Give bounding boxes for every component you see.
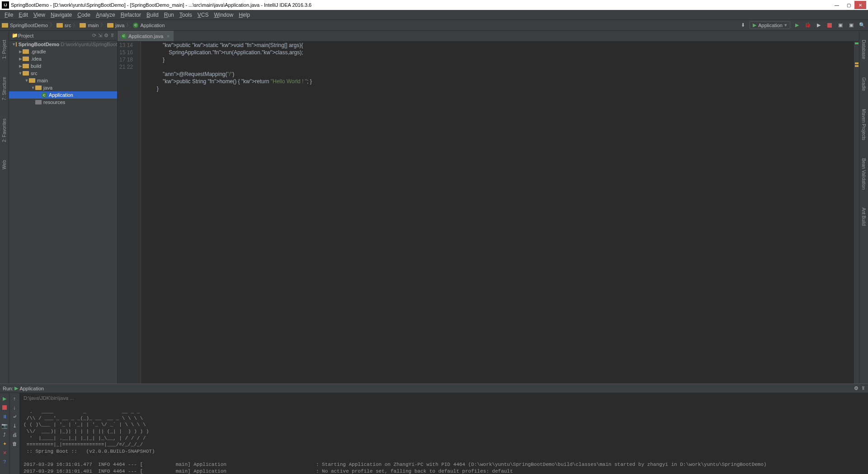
run-label: Run:: [3, 386, 13, 391]
tree-node-application[interactable]: CApplication: [9, 91, 117, 99]
run-hide-icon[interactable]: ⥣: [861, 385, 865, 391]
menu-vcs[interactable]: VCS: [195, 12, 212, 18]
menu-run[interactable]: Run: [161, 12, 177, 18]
menu-view[interactable]: View: [31, 12, 48, 18]
menu-navigate[interactable]: Navigate: [48, 12, 75, 18]
breadcrumb[interactable]: SpringBootDemo〉src〉main〉java〉CApplicatio…: [2, 22, 165, 28]
tree-node-.idea[interactable]: ▶.idea: [9, 55, 117, 62]
editor-tab[interactable]: C Application.java ×: [118, 31, 174, 41]
run-config-dropdown[interactable]: ▶ Application ▾: [750, 21, 790, 29]
build-button[interactable]: ⬇: [739, 21, 747, 29]
menu-file[interactable]: File: [2, 12, 16, 18]
help-run-icon[interactable]: ?: [1, 458, 8, 465]
editor-marks: [854, 42, 859, 384]
window-title: SpringBootDemo - [D:\work\yuntu\SpringBo…: [11, 2, 311, 8]
bean-validation-tool-button[interactable]: Bean Validation: [861, 158, 866, 190]
navigation-bar: SpringBootDemo〉src〉main〉java〉CApplicatio…: [0, 20, 868, 31]
minimize-button[interactable]: —: [831, 1, 843, 9]
right-tool-stripe: Database Gradle Maven Projects Bean Vali…: [859, 31, 868, 384]
menu-code[interactable]: Code: [75, 12, 93, 18]
hide-icon[interactable]: ⥣: [110, 33, 114, 38]
layout2-button[interactable]: ▣: [847, 21, 855, 29]
left-tool-stripe: 1: Project 7: Structure 2: Favorites Web: [0, 31, 9, 384]
gradle-tool-button[interactable]: Gradle: [861, 77, 866, 91]
app-icon: IJ: [2, 1, 9, 9]
web-tool-button[interactable]: Web: [2, 160, 7, 169]
up-icon[interactable]: ↑: [10, 395, 19, 402]
favorites-tool-button[interactable]: 2: Favorites: [2, 118, 7, 142]
coverage-button[interactable]: ▶: [815, 21, 823, 29]
tree-node-java[interactable]: ▼java: [9, 84, 117, 91]
search-button[interactable]: 🔍: [858, 21, 866, 29]
menu-refactor[interactable]: Refactor: [118, 12, 144, 18]
stop-button[interactable]: [826, 21, 834, 29]
pause-button[interactable]: ⏸: [1, 413, 8, 420]
exit-button[interactable]: ⤴: [1, 431, 8, 438]
tree-node-.gradle[interactable]: ▶.gradle: [9, 48, 117, 55]
down-icon[interactable]: ↓: [10, 404, 19, 411]
rerun-button[interactable]: ▶: [1, 395, 8, 402]
stop-run-button[interactable]: [1, 404, 8, 411]
database-tool-button[interactable]: Database: [861, 40, 866, 59]
tree-root[interactable]: ▼ SpringBootDemo D:\work\yuntu\SpringBoo…: [9, 41, 117, 48]
collapse-all-icon[interactable]: ⇲: [98, 33, 102, 38]
menu-build[interactable]: Build: [144, 12, 161, 18]
tree-node-src[interactable]: ▼src: [9, 70, 117, 77]
wrap-icon[interactable]: ⤶: [10, 413, 19, 420]
trash-icon[interactable]: 🗑: [10, 440, 19, 447]
tree-node-main[interactable]: ▼main: [9, 77, 117, 84]
maximize-button[interactable]: ▢: [843, 1, 854, 9]
console-output[interactable]: D:\java\JDK\bin\java ... . ____ _ __ _ _…: [20, 393, 868, 474]
code-content[interactable]: "kw">public "kw">static "kw">void "fn">m…: [141, 42, 854, 384]
close-button[interactable]: ✕: [854, 1, 866, 9]
gear-icon[interactable]: ⚙: [104, 33, 108, 38]
tree-node-resources[interactable]: resources: [9, 99, 117, 106]
menu-window[interactable]: Window: [211, 12, 236, 18]
restart-icon[interactable]: ✦: [1, 440, 8, 447]
dump-button[interactable]: 📷: [1, 422, 8, 429]
menu-analyze[interactable]: Analyze: [93, 12, 118, 18]
close-tab-icon[interactable]: ×: [167, 33, 170, 39]
scroll-icon[interactable]: ⤓: [10, 422, 19, 429]
project-panel: 📁 Project ⟳ ⇲ ⚙ ⥣ ▼ SpringBootDemo D:\wo…: [9, 31, 118, 384]
title-bar: IJ SpringBootDemo - [D:\work\yuntu\Sprin…: [0, 0, 868, 10]
menu-edit[interactable]: Edit: [16, 12, 31, 18]
menu-tools[interactable]: Tools: [177, 12, 195, 18]
print-icon[interactable]: 🖨: [10, 431, 19, 438]
layout-button[interactable]: ▣: [836, 21, 844, 29]
run-settings-icon[interactable]: ⚙: [854, 385, 859, 391]
close-run-icon[interactable]: ✕: [1, 449, 8, 456]
project-tool-button[interactable]: 1: Project: [2, 40, 7, 59]
maven-tool-button[interactable]: Maven Projects: [861, 109, 866, 140]
scroll-from-source-icon[interactable]: ⟳: [92, 33, 96, 38]
editor: C Application.java × 13 14 15 16 17 18 2…: [118, 31, 859, 384]
project-panel-title: Project: [18, 33, 33, 38]
run-panel: Run: ▶ Application ⚙ ⥣ ▶ ⏸ 📷 ⤴ ✦ ✕ ? ↑ ↓…: [0, 384, 868, 474]
menu-bar: FileEditViewNavigateCodeAnalyzeRefactorB…: [0, 10, 868, 20]
ant-build-tool-button[interactable]: Ant Build: [861, 208, 866, 226]
run-button[interactable]: ▶: [793, 21, 801, 29]
menu-help[interactable]: Help: [236, 12, 253, 18]
structure-tool-button[interactable]: 7: Structure: [2, 77, 7, 100]
run-app-name: Application: [19, 386, 44, 391]
debug-button[interactable]: 🐞: [804, 21, 812, 29]
tree-node-build[interactable]: ▶build: [9, 62, 117, 70]
